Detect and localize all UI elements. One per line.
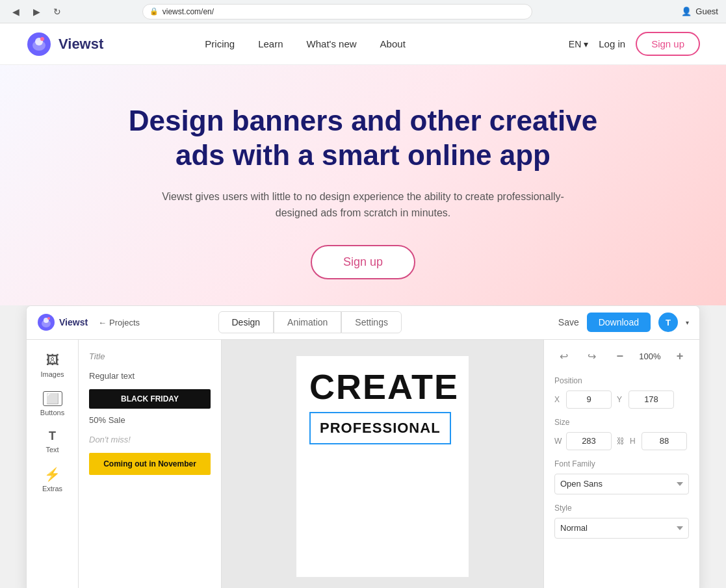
browser-chrome: ◀ ▶ ↻ 🔒 viewst.com/en/ 👤 Guest [0, 0, 726, 23]
layer-title[interactable]: Title [89, 350, 211, 362]
position-row: X Y [554, 390, 689, 409]
app-tabs: Design Animation Settings [218, 311, 402, 333]
size-label: Size [554, 418, 689, 427]
user-dropdown-icon[interactable]: ▾ [686, 319, 689, 326]
tab-design[interactable]: Design [218, 311, 274, 333]
zoom-level: 100% [639, 352, 660, 361]
tab-animation[interactable]: Animation [274, 311, 341, 333]
app-body: 🖼 Images ⬜ Buttons T Text ⚡ Extras [27, 340, 699, 588]
canvas-professional-text: PROFESSIONAL [320, 420, 441, 436]
tab-settings[interactable]: Settings [341, 311, 402, 333]
y-input[interactable] [629, 390, 674, 409]
nav-whats-new[interactable]: What's new [296, 33, 367, 55]
layers-panel: Title Regular text BLACK FRIDAY 50% Sale… [79, 340, 222, 588]
canvas-create-text: CREATE [309, 369, 459, 404]
h-input[interactable] [642, 432, 687, 450]
h-label: H [630, 437, 639, 446]
sidebar-item-images[interactable]: 🖼 Images [30, 348, 75, 383]
sidebar-item-buttons[interactable]: ⬜ Buttons [30, 386, 75, 422]
layer-sale[interactable]: 50% Sale [89, 414, 211, 426]
app-logo-area: Viewst [37, 313, 88, 331]
app-logo-text: Viewst [59, 317, 88, 327]
text-label: Text [45, 446, 58, 454]
y-label: Y [617, 395, 626, 404]
undo-button[interactable]: ↩ [554, 348, 573, 366]
nav-learn[interactable]: Learn [248, 33, 293, 55]
x-field-group: X [554, 390, 612, 409]
images-icon: 🖼 [46, 353, 59, 368]
projects-label: Projects [109, 318, 140, 327]
logo-icon [26, 31, 52, 57]
save-button[interactable]: Save [558, 317, 579, 327]
zoom-out-button[interactable]: − [611, 348, 629, 366]
signup-hero-button[interactable]: Sign up [311, 245, 415, 279]
lock-icon: 🔒 [149, 7, 159, 16]
hero-subtitle: Viewst gives users with little to no des… [142, 188, 584, 222]
browser-account: 👤 Guest [681, 6, 718, 16]
user-avatar[interactable]: T [658, 313, 678, 332]
size-row: W ⛓ H [554, 432, 689, 450]
text-icon: T [49, 429, 56, 443]
reload-button[interactable]: ↻ [49, 4, 65, 19]
style-section: Style Normal Bold Italic Bold Italic [554, 504, 689, 539]
layer-dont-miss[interactable]: Don't miss! [89, 433, 211, 445]
app-toolbar: Viewst ← Projects Design Animation Setti… [27, 306, 699, 340]
y-field-group: Y [617, 390, 674, 409]
properties-panel: ↩ ↪ − 100% + Position X Y [543, 340, 699, 588]
login-button[interactable]: Log in [599, 38, 625, 49]
extras-icon: ⚡ [44, 467, 60, 482]
forward-button[interactable]: ▶ [29, 4, 44, 19]
sidebar-item-text[interactable]: T Text [30, 424, 75, 459]
account-icon: 👤 [681, 6, 692, 16]
props-toolbar: ↩ ↪ − 100% + [554, 348, 689, 366]
url-text: viewst.com/en/ [162, 7, 214, 16]
signup-header-button[interactable]: Sign up [636, 32, 700, 56]
font-family-label: Font Family [554, 459, 689, 468]
site-header: Viewst Pricing Learn What's new About EN… [0, 23, 726, 65]
svg-point-3 [40, 37, 44, 41]
style-select[interactable]: Normal Bold Italic Bold Italic [554, 518, 689, 539]
download-button[interactable]: Download [587, 313, 651, 332]
font-family-section: Font Family Open Sans Roboto Arial Times… [554, 459, 689, 494]
app-window: Viewst ← Projects Design Animation Setti… [26, 305, 700, 588]
app-back-button[interactable]: ← Projects [98, 318, 140, 327]
layer-coming-out[interactable]: Coming out in November [89, 453, 211, 475]
buttons-label: Buttons [40, 409, 64, 416]
hero-section: Design banners and other creative ads wi… [0, 65, 726, 305]
canvas-area[interactable]: CREATE PROFESSIONAL [222, 340, 543, 588]
style-label: Style [554, 504, 689, 513]
site-nav: Pricing Learn What's new About [194, 33, 416, 55]
app-logo-icon [37, 313, 55, 331]
h-field-group: H [630, 432, 687, 450]
x-input[interactable] [566, 390, 612, 409]
hero-title: Design banners and other creative ads wi… [103, 104, 623, 173]
position-label: Position [554, 376, 689, 385]
position-section: Position X Y [554, 376, 689, 409]
nav-about[interactable]: About [370, 33, 416, 55]
app-toolbar-right: Save Download T ▾ [558, 313, 689, 332]
header-actions: EN ▾ Log in Sign up [569, 32, 700, 56]
app-sidebar: 🖼 Images ⬜ Buttons T Text ⚡ Extras [27, 340, 79, 588]
font-family-select[interactable]: Open Sans Roboto Arial Times New Roman [554, 474, 689, 494]
extras-label: Extras [42, 485, 62, 492]
redo-button[interactable]: ↪ [582, 348, 601, 366]
lang-dropdown-icon: ▾ [584, 39, 588, 49]
layer-black-friday[interactable]: BLACK FRIDAY [89, 389, 211, 409]
address-bar[interactable]: 🔒 viewst.com/en/ [142, 4, 532, 19]
x-label: X [554, 395, 564, 404]
lang-label: EN [569, 39, 581, 49]
lang-selector[interactable]: EN ▾ [569, 39, 588, 49]
nav-pricing[interactable]: Pricing [194, 33, 245, 55]
link-icon: ⛓ [617, 437, 625, 446]
logo-text: Viewst [58, 36, 103, 53]
sidebar-item-extras[interactable]: ⚡ Extras [30, 461, 75, 498]
zoom-in-button[interactable]: + [671, 348, 689, 366]
canvas-professional-box: PROFESSIONAL [309, 412, 451, 444]
svg-point-7 [47, 317, 50, 320]
back-button[interactable]: ◀ [8, 4, 23, 19]
layer-regular-text[interactable]: Regular text [89, 370, 211, 381]
w-input[interactable] [566, 432, 612, 450]
logo-area[interactable]: Viewst [26, 31, 103, 57]
canvas-content: CREATE PROFESSIONAL [296, 356, 469, 577]
account-label: Guest [695, 6, 718, 16]
